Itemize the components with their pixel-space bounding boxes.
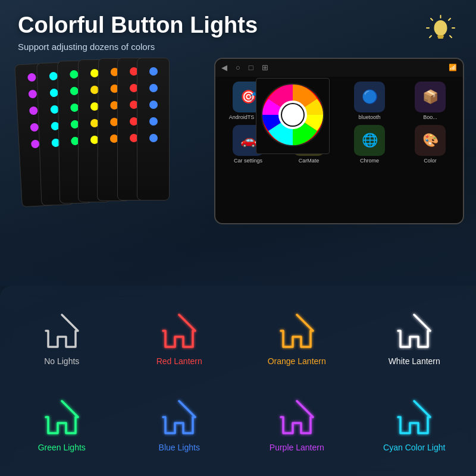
dot <box>49 72 57 80</box>
blue-lights-label: Blue Lights <box>159 443 200 452</box>
bulb-icon <box>422 13 458 49</box>
dot <box>149 117 158 126</box>
green-lights-label: Green Lights <box>38 443 86 452</box>
screenshot-nav-icon: ⊞ <box>262 63 268 72</box>
app-boo[interactable]: 📦 Boo... <box>402 82 458 120</box>
back-nav-icon: ◀ <box>221 63 227 72</box>
light-item-green-lights[interactable]: Green Lights <box>6 384 118 464</box>
orange-lantern-label: Orange Lantern <box>268 356 326 366</box>
page-title: Colorful Button Lights <box>18 13 258 38</box>
app-label: Color <box>424 158 437 164</box>
app-label: bluetooth <box>358 114 380 120</box>
app-color[interactable]: 🎨 Color <box>402 125 458 164</box>
dot <box>70 70 78 79</box>
dot <box>29 106 38 115</box>
light-item-cyan-color-light[interactable]: Cyan Color Light <box>359 384 471 464</box>
screen-top-bar: ◀ ○ □ ⊞ 📶 <box>215 59 463 77</box>
svg-point-0 <box>434 20 447 36</box>
app-icon-img: 📦 <box>415 82 446 112</box>
color-wheel-svg <box>260 82 325 148</box>
recent-nav-icon: □ <box>249 63 253 72</box>
nav-icons: ◀ ○ □ ⊞ <box>221 63 268 72</box>
color-wheel-popup[interactable] <box>256 78 330 154</box>
dot <box>149 101 158 109</box>
header-text-group: Colorful Button Lights Support adjusting… <box>18 13 258 52</box>
app-label: Boo... <box>423 114 437 120</box>
dot <box>30 139 39 148</box>
lights-grid: No Lights Red Lantern Orange Lantern W <box>6 298 470 464</box>
dot <box>70 87 78 95</box>
red-lantern-icon <box>158 310 200 352</box>
blue-lights-icon <box>158 396 200 438</box>
home-nav-icon: ○ <box>236 63 240 72</box>
light-item-white-lantern[interactable]: White Lantern <box>359 298 471 378</box>
purple-lantern-icon <box>276 396 318 438</box>
light-item-orange-lantern[interactable]: Orange Lantern <box>241 298 353 378</box>
dot <box>149 67 158 76</box>
dot <box>30 123 39 131</box>
light-item-red-lantern[interactable]: Red Lantern <box>124 298 236 378</box>
bottom-panel: No Lights Red Lantern Orange Lantern W <box>0 286 476 476</box>
app-label: Chrome <box>360 158 379 164</box>
app-icon-img: 🎨 <box>415 125 446 156</box>
white-lantern-icon <box>393 310 435 352</box>
main-screen: ◀ ○ □ ⊞ 📶 🎯 AndroidTS GP... 🤖 APK instal… <box>214 58 464 224</box>
svg-rect-2 <box>438 37 443 39</box>
purple-lantern-label: Purple Lantern <box>270 443 324 452</box>
app-bluetooth[interactable]: 🔵 bluetooth <box>342 82 397 120</box>
no-lights-icon <box>41 310 83 352</box>
wifi-icon: 📶 <box>449 64 457 71</box>
cyan-color-light-label: Cyan Color Light <box>383 443 445 452</box>
svg-line-8 <box>430 36 431 37</box>
dot <box>90 86 99 94</box>
app-label: Car settings <box>234 158 262 164</box>
no-lights-label: No Lights <box>44 356 79 366</box>
app-label: CarMate <box>299 158 320 164</box>
app-chrome[interactable]: 🌐 Chrome <box>342 125 397 164</box>
svg-line-5 <box>449 18 450 20</box>
red-lantern-label: Red Lantern <box>156 356 202 366</box>
app-icon-img: 🌐 <box>354 125 385 156</box>
light-item-blue-lights[interactable]: Blue Lights <box>124 384 236 464</box>
header: Colorful Button Lights Support adjusting… <box>0 0 476 58</box>
cyan-color-light-icon <box>393 396 435 438</box>
dot <box>49 89 58 97</box>
orange-lantern-icon <box>276 310 318 352</box>
svg-point-15 <box>282 104 303 126</box>
panel-blue <box>137 58 170 201</box>
svg-line-9 <box>450 36 452 37</box>
white-lantern-label: White Lantern <box>389 356 440 366</box>
green-lights-icon <box>41 396 83 438</box>
app-icon-img: 🔵 <box>354 82 385 112</box>
svg-line-4 <box>431 18 433 20</box>
light-item-purple-lantern[interactable]: Purple Lantern <box>241 384 353 464</box>
device-area: ◀ ○ □ ⊞ 📶 🎯 AndroidTS GP... 🤖 APK instal… <box>12 58 464 236</box>
dot <box>90 69 99 77</box>
dot <box>27 73 36 82</box>
app-grid: 🎯 AndroidTS GP... 🤖 APK installer 🔵 blue… <box>215 77 463 168</box>
screen-status: 📶 <box>449 64 457 71</box>
light-item-no-lights[interactable]: No Lights <box>6 298 118 378</box>
dot <box>70 104 79 112</box>
dot <box>28 90 37 99</box>
stacked-panels <box>18 58 220 218</box>
dot <box>149 134 158 142</box>
dot <box>149 84 158 92</box>
page-subtitle: Support adjusting dozens of colors <box>18 42 258 52</box>
